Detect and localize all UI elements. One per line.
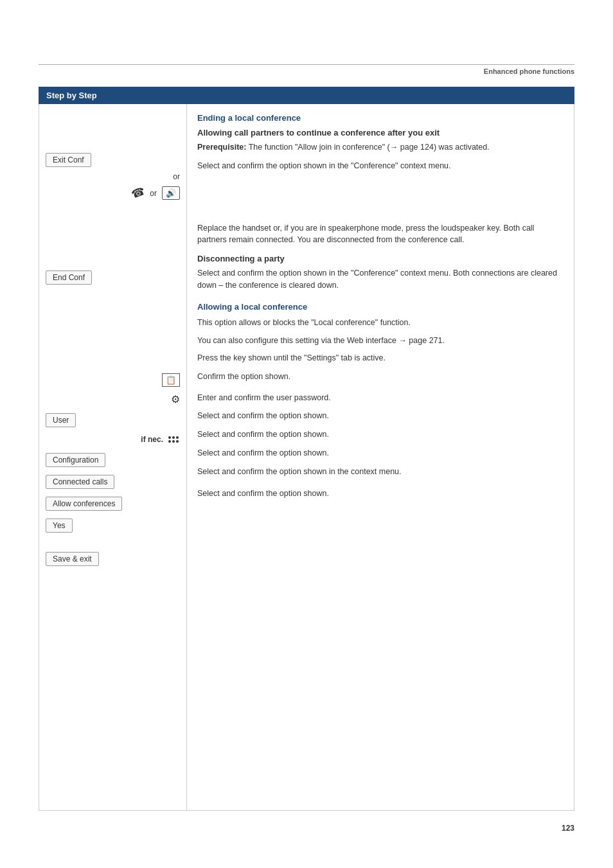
or-label-2: or xyxy=(150,189,157,198)
user-row: User xyxy=(39,409,186,430)
prerequisite-label: Prerequisite: xyxy=(197,143,246,152)
prerequisite-text: Prerequisite: The function "Allow join i… xyxy=(197,141,564,154)
section2-desc: This option allows or blocks the "Local … xyxy=(197,317,564,329)
icon-row-handset: ☎ or 🔊 xyxy=(39,184,186,202)
if-nec-row: if nec. xyxy=(39,430,186,449)
left-column: Exit Conf or ☎ or 🔊 En xyxy=(39,104,187,810)
replace-desc: Replace the handset or, if you are in sp… xyxy=(197,222,564,247)
handset-icon: ☎ xyxy=(129,184,147,202)
settings-icon-row: ⚙ xyxy=(39,389,186,409)
end-conf-desc: Select and confirm the option shown in t… xyxy=(197,267,564,292)
settings-desc: Press the key shown until the "Settings"… xyxy=(197,352,564,364)
user-desc: Confirm the option shown. xyxy=(197,371,564,383)
speaker-icon: 🔊 xyxy=(162,186,180,200)
connected-calls-desc: Select and confirm the option shown. xyxy=(197,429,564,441)
allow-conferences-desc: Select and confirm the option shown. xyxy=(197,447,564,459)
settings-icon: ⚙ xyxy=(171,393,180,405)
section2-title: Allowing a local conference xyxy=(197,302,564,312)
configuration-desc: Select and confirm the option shown. xyxy=(197,410,564,422)
right-column: Ending a local conference Allowing call … xyxy=(187,104,574,810)
book-icon-row: 📋 xyxy=(39,371,186,389)
or-row: or xyxy=(39,170,186,184)
keypad-icon xyxy=(167,435,180,444)
if-nec-label: if nec. xyxy=(141,435,163,444)
book-desc: You can also configure this setting via … xyxy=(197,335,564,347)
book-icon: 📋 xyxy=(162,373,180,387)
configuration-button[interactable]: Configuration xyxy=(46,453,105,467)
section1-subtitle: Allowing call partners to continue a con… xyxy=(197,128,564,137)
page: Enhanced phone functions Step by Step Ex… xyxy=(0,64,613,868)
save-exit-row: Save & exit xyxy=(39,548,186,569)
step-by-step-title: Step by Step xyxy=(46,91,97,100)
yes-button[interactable]: Yes xyxy=(46,518,73,533)
connected-calls-button[interactable]: Connected calls xyxy=(46,475,114,489)
save-exit-button[interactable]: Save & exit xyxy=(46,552,99,566)
section-label: Enhanced phone functions xyxy=(484,67,574,75)
end-conf-button[interactable]: End Conf xyxy=(46,270,92,285)
yes-row: Yes xyxy=(39,513,186,535)
user-button[interactable]: User xyxy=(46,413,76,427)
exit-conf-button[interactable]: Exit Conf xyxy=(46,153,91,167)
password-desc: Enter and confirm the user password. xyxy=(197,392,564,404)
disconnecting-title: Disconnecting a party xyxy=(197,254,564,263)
save-exit-desc: Select and confirm the option shown. xyxy=(197,488,564,500)
configuration-row: Configuration xyxy=(39,449,186,470)
yes-desc: Select and confirm the option shown in t… xyxy=(197,466,564,478)
end-conf-row: End Conf xyxy=(39,267,186,287)
allow-conferences-row: Allow conferences xyxy=(39,492,186,513)
step-by-step-header: Step by Step xyxy=(39,87,574,104)
prerequisite-body: The function "Allow join in conference" … xyxy=(249,143,490,152)
header-section: Enhanced phone functions xyxy=(39,64,574,75)
exit-conf-desc: Select and confirm the option shown in t… xyxy=(197,160,564,172)
section1-title: Ending a local conference xyxy=(197,113,564,123)
page-number: 123 xyxy=(0,811,613,846)
allow-conferences-button[interactable]: Allow conferences xyxy=(46,497,122,511)
exit-conf-row: Exit Conf xyxy=(39,149,186,170)
connected-calls-row: Connected calls xyxy=(39,470,186,492)
